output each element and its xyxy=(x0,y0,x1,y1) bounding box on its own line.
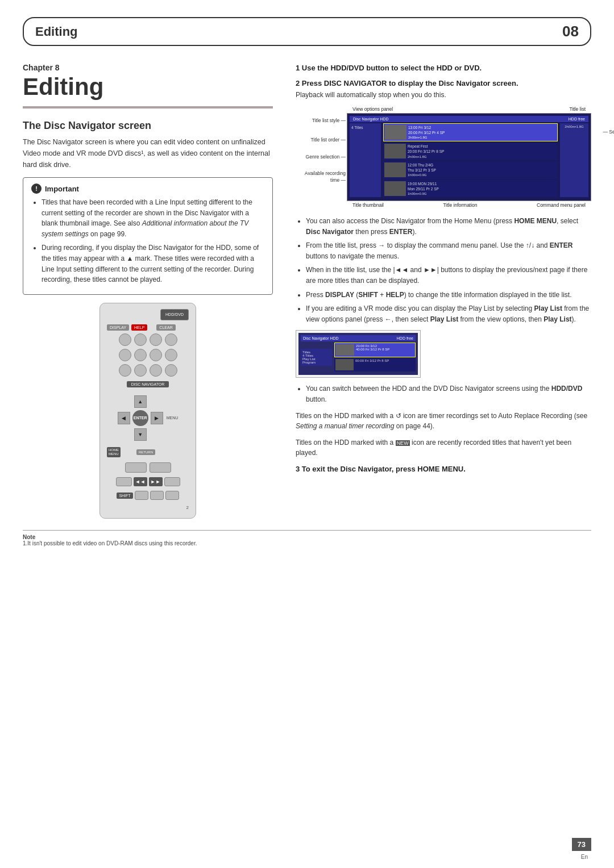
dpad-up: ▲ xyxy=(134,395,147,408)
command-menu-label: Command menu panel xyxy=(537,202,586,208)
prev-button: ◄◄ xyxy=(134,477,147,486)
important-list: Titles that have been recorded with a Li… xyxy=(31,197,264,285)
bullet-2: From the title list, press → to display … xyxy=(306,240,591,261)
vr-titles: 23:00 Fri 3/12 40:00 Fri 3/12 Pr 8 SP 00… xyxy=(334,343,416,372)
thumb-1 xyxy=(385,125,406,140)
section-title: The Disc Navigator screen xyxy=(23,120,273,132)
remote-circles-row1 xyxy=(119,333,177,346)
transport-row: ◄◄ ►► xyxy=(116,477,180,486)
genre-selection-label: Genre selection — xyxy=(296,154,346,161)
rect-btn-2 xyxy=(150,462,171,473)
dpad-right: ▶ xyxy=(151,412,163,424)
thumb-2 xyxy=(384,144,406,158)
diagram-top-labels: View options panel Title list xyxy=(347,106,591,112)
diagram-bottom-labels: Title thumbnail Title information Comman… xyxy=(347,202,591,208)
rect-btn-1 xyxy=(125,462,147,473)
circle-btn-2 xyxy=(134,333,147,346)
vr-info-1: 23:00 Fri 3/12 40:00 Fri 3/12 Pr 8 SP xyxy=(356,344,389,356)
dpad-left: ◀ xyxy=(118,412,130,424)
nav-left-panel: 4 Titles xyxy=(350,123,381,197)
next-button: ►► xyxy=(149,477,163,486)
footer-note: Note 1.It isn't possible to edit video o… xyxy=(23,534,591,546)
nav-title-row-2: Repeat First 20:00 Fri 3/12 Pr 8 SP 2h00… xyxy=(383,143,558,160)
vr-thumb-1 xyxy=(336,344,354,356)
bullet-4: Press DISPLAY (SHIFT + HELP) to change t… xyxy=(306,290,591,301)
circle-btn-10 xyxy=(134,364,147,377)
disc-navigator-label: DISC NAVIGATOR xyxy=(127,381,169,387)
shift-button: SHIFT xyxy=(117,493,132,499)
enter-button: ENTER xyxy=(132,410,148,426)
header-bar: Editing 08 xyxy=(23,17,591,46)
bullet-6: You can switch between the HDD and the D… xyxy=(306,383,591,404)
clear-button: CLEAR xyxy=(156,324,175,331)
home-menu-button: HOMEMENU xyxy=(107,447,121,457)
footnote-text: 1.It isn't possible to edit video on DVD… xyxy=(23,540,197,546)
circle-btn-3 xyxy=(150,333,162,346)
view-options-label: View options panel xyxy=(352,106,393,112)
vr-left-panel: Titles 4 Titles Play List Program xyxy=(301,349,332,366)
header-number: 08 xyxy=(562,23,579,40)
nav-right-panel: 2h00m•1.8G xyxy=(560,123,588,197)
important-item-2: During recording, if you display the Dis… xyxy=(42,243,264,285)
shift-row: SHIFT xyxy=(117,491,179,500)
step2-body: Playback will automatically stop when yo… xyxy=(296,90,591,101)
circle-btn-7 xyxy=(150,349,162,361)
title-list-style-label: Title list style — xyxy=(296,118,346,124)
rect-btn-3 xyxy=(116,477,132,486)
page-number: 73 xyxy=(572,838,591,851)
help-button: HELP xyxy=(131,324,147,331)
menu-label: MENU xyxy=(167,416,179,420)
title-list-order-label: Title list order — xyxy=(296,137,346,144)
title-information-label: Title information xyxy=(443,202,477,208)
nav-title-row-4: 19:00 MON 29/11 Mon 29/11 Pr 2 SP 1h00m•… xyxy=(383,180,558,198)
circle-btn-6 xyxy=(134,349,147,361)
title-thumbnail-label: Title thumbnail xyxy=(352,202,384,208)
vr-row-1: Titles 4 Titles Play List Program 23:00 … xyxy=(301,343,416,372)
hdd-timer-text: Titles on the HDD marked with a ↺ icon a… xyxy=(296,411,591,432)
nav-title-bar: Disc Navigator HDD HDD free xyxy=(350,116,588,122)
vr-info-2: 00:00 Fri 3/12 Pr 8 SP xyxy=(355,359,389,370)
bullet-list-2: You can switch between the HDD and the D… xyxy=(296,383,591,404)
header-title: Editing xyxy=(35,24,78,39)
title-info-2: Repeat First 20:00 Fri 3/12 Pr 8 SP 2h00… xyxy=(408,144,444,159)
circle-btn-5 xyxy=(119,349,131,361)
title-info-1: 13:00 Fri 3/12 20:00 Fri 3/12 Pr 4 SP 2h… xyxy=(408,125,445,140)
circle-btn-8 xyxy=(165,349,177,361)
nav-title-rows: 13:00 Fri 3/12 20:00 Fri 3/12 Pr 4 SP 2h… xyxy=(383,123,558,197)
shift-rect-3 xyxy=(165,491,179,500)
bullet-5: If you are editing a VR mode disc you ca… xyxy=(306,303,591,324)
bullet-3: When in the title list, use the |◄◄ and … xyxy=(306,265,591,286)
vr-title-bar: Disc Navigator HDD HDD free xyxy=(301,335,416,341)
circle-btn-11 xyxy=(150,364,162,377)
important-item-1: Titles that have been recorded with a Li… xyxy=(42,197,264,239)
page-title: Editing xyxy=(23,73,273,108)
title-info-4: 19:00 MON 29/11 Mon 29/11 Pr 2 SP 1h00m•… xyxy=(408,181,439,197)
chapter-label: Chapter 8 xyxy=(23,63,273,72)
circle-btn-12 xyxy=(165,364,177,377)
title-info-3: 12:00 Thu 2/4G Thu 3/12 Pr 3 SP 1h00m•0.… xyxy=(408,162,436,178)
remote-control: HDD/DVD DISPLAY HELP CLEAR xyxy=(99,303,196,519)
disc-navigator-diagram: Title list style — Title list order — Ge… xyxy=(296,106,591,208)
vr-title-2: 00:00 Fri 3/12 Pr 8 SP xyxy=(334,358,416,372)
rect-btn-4 xyxy=(164,477,180,486)
title-list-label: Title list xyxy=(570,106,586,112)
hdd-dvd-button: HDD/DVD xyxy=(160,309,189,320)
selected-title-label: — Selected title xyxy=(603,129,614,135)
shift-rect-2 xyxy=(150,491,164,500)
remote-footnote: 2 xyxy=(186,505,189,510)
dpad-down: ▼ xyxy=(134,428,147,441)
shift-rect-1 xyxy=(135,491,148,500)
step3-heading: 3 To exit the Disc Navigator, press HOME… xyxy=(296,464,591,474)
right-column: 1 Use the HDD/DVD button to select the H… xyxy=(296,63,591,519)
circle-btn-1 xyxy=(119,333,131,346)
important-title: ! Important xyxy=(31,183,264,194)
bullet-list: You can also access the Disc Navigator f… xyxy=(296,216,591,324)
dpad-section: ▲ ▼ ◀ ▶ ENTER MENU xyxy=(118,393,179,443)
home-return-row: HOMEMENU RETURN xyxy=(107,447,189,457)
display-help-clear-row: DISPLAY HELP CLEAR xyxy=(107,324,189,331)
return-button: RETURN xyxy=(136,449,155,455)
vr-diagram-inner: Disc Navigator HDD HDD free Titles 4 Tit… xyxy=(298,333,418,375)
display-button: DISPLAY xyxy=(107,324,129,331)
important-box: ! Important Titles that have been record… xyxy=(23,177,273,295)
rect-buttons-row xyxy=(125,462,171,473)
